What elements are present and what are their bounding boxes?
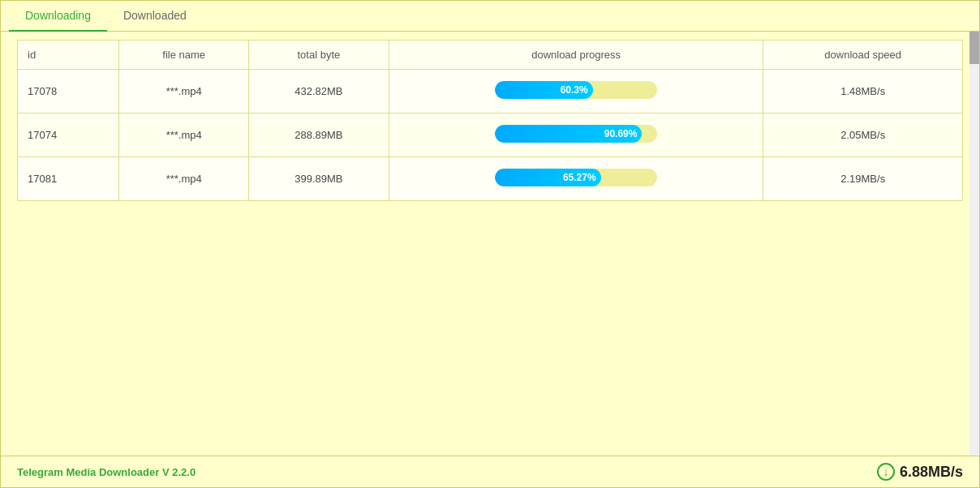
col-header-id: id	[18, 41, 119, 70]
outer-wrapper: id file name total byte download progres…	[1, 32, 979, 456]
progress-bar-fill: 60.3%	[495, 81, 593, 99]
progress-bar-container: 65.27%	[495, 169, 657, 186]
progress-bar-container: 60.3%	[495, 81, 657, 99]
content-area: id file name total byte download progres…	[1, 32, 979, 456]
cell-filename: ***.mp4	[119, 70, 249, 113]
table-area: id file name total byte download progres…	[1, 32, 979, 252]
table-row: 17078***.mp4432.82MB60.3%1.48MB/s	[18, 70, 963, 113]
col-header-filename: file name	[119, 41, 249, 70]
progress-label: 60.3%	[561, 84, 588, 96]
tab-bar: Downloading Downloaded	[1, 1, 979, 32]
progress-bar-fill: 65.27%	[495, 169, 601, 186]
downloads-table: id file name total byte download progres…	[17, 40, 963, 201]
cell-totalbyte: 288.89MB	[248, 113, 389, 157]
progress-bar-fill: 90.69%	[495, 125, 642, 143]
cell-totalbyte: 432.82MB	[248, 70, 389, 113]
progress-label: 65.27%	[563, 172, 596, 183]
progress-label: 90.69%	[604, 128, 638, 139]
footer: Telegram Media Downloader V 2.2.0 ↓ 6.88…	[1, 456, 979, 487]
cell-progress: 60.3%	[389, 70, 763, 113]
tab-downloading[interactable]: Downloading	[9, 1, 107, 32]
cell-progress: 90.69%	[389, 113, 763, 157]
cell-id: 17074	[18, 113, 119, 157]
progress-bar-container: 90.69%	[495, 125, 657, 143]
scrollbar-thumb[interactable]	[969, 32, 979, 64]
footer-brand: Telegram Media Downloader V 2.2.0	[17, 466, 196, 478]
col-header-progress: download progress	[389, 41, 763, 70]
brand-text: Telegram Media Downloader	[17, 466, 159, 478]
brand-version: V 2.2.0	[162, 466, 196, 478]
empty-area	[1, 252, 979, 456]
cell-filename: ***.mp4	[119, 157, 249, 201]
col-header-speed: download speed	[763, 41, 963, 70]
cell-id: 17078	[18, 70, 119, 113]
download-icon: ↓	[877, 463, 895, 481]
cell-filename: ***.mp4	[119, 113, 249, 157]
table-header-row: id file name total byte download progres…	[18, 41, 963, 70]
total-speed-value: 6.88MB/s	[900, 464, 963, 481]
main-container: Downloading Downloaded id file name tota…	[0, 0, 980, 488]
cell-speed: 2.19MB/s	[763, 157, 963, 201]
cell-id: 17081	[18, 157, 119, 201]
tab-downloaded[interactable]: Downloaded	[107, 1, 203, 32]
col-header-totalbyte: total byte	[248, 41, 389, 70]
cell-progress: 65.27%	[389, 157, 763, 201]
table-row: 17074***.mp4288.89MB90.69%2.05MB/s	[18, 113, 963, 157]
cell-speed: 1.48MB/s	[763, 70, 963, 113]
cell-totalbyte: 399.89MB	[248, 157, 389, 201]
cell-speed: 2.05MB/s	[763, 113, 963, 157]
footer-speed: ↓ 6.88MB/s	[877, 463, 963, 481]
table-row: 17081***.mp4399.89MB65.27%2.19MB/s	[18, 157, 963, 201]
scrollbar-track[interactable]	[969, 32, 979, 456]
